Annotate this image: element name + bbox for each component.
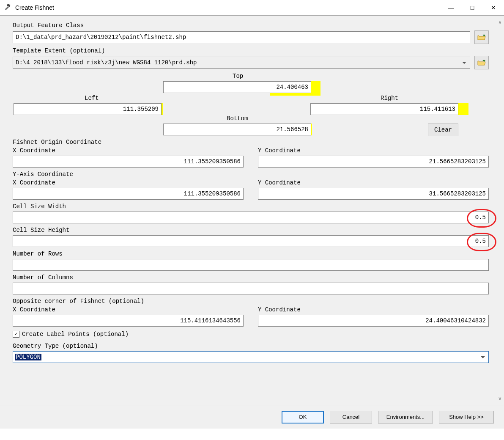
show-help-label: Show Help >>	[449, 414, 484, 420]
cancel-label: Cancel	[342, 414, 359, 420]
origin-y-label: Y Coordinate	[258, 147, 489, 154]
output-feature-class-label: Output Feature Class	[13, 22, 489, 29]
cols-label: Number of Columns	[13, 274, 489, 281]
extent-clear-button[interactable]: Clear	[428, 124, 458, 136]
maximize-button[interactable]: □	[462, 0, 483, 15]
window-title: Create Fishnet	[15, 4, 441, 11]
template-extent-label: Template Extent (optional)	[13, 47, 489, 54]
opposite-x-label: X Coordinate	[13, 306, 244, 313]
create-label-points-checkbox[interactable]: ✓	[13, 331, 19, 338]
extent-top-input[interactable]: 24.400463	[163, 81, 311, 93]
template-extent-dropdown[interactable]: D:\4_2018\133\flood_risk\z3j\new_WGS84_1…	[13, 57, 470, 69]
origin-x-input[interactable]: 111.355209350586	[13, 156, 244, 168]
yaxis-y-input[interactable]: 31.5665283203125	[258, 188, 489, 200]
opposite-y-label: Y Coordinate	[258, 306, 489, 313]
cell-width-input[interactable]: 0.5	[13, 212, 489, 223]
ok-label: OK	[299, 414, 307, 420]
opposite-y-input[interactable]: 24.40046310424832	[258, 315, 489, 327]
environments-label: Environments...	[386, 414, 425, 420]
folder-open-icon	[477, 33, 486, 41]
environments-button[interactable]: Environments...	[378, 411, 433, 424]
close-glyph: ✕	[491, 4, 496, 11]
opposite-corner-label: Opposite corner of Fishnet (optional)	[13, 298, 489, 305]
geometry-type-label: Geometry Type (optional)	[13, 343, 489, 349]
extent-right-input[interactable]: 115.411613	[310, 103, 458, 115]
extent-left-input[interactable]: 111.355209	[14, 103, 162, 115]
maximize-glyph: □	[471, 4, 474, 11]
minimize-button[interactable]: —	[441, 0, 462, 15]
origin-coordinate-label: Fishnet Origin Coordinate	[13, 139, 489, 146]
extent-right-label: Right	[381, 95, 398, 102]
extent-left-label: Left	[85, 95, 99, 102]
svg-rect-0	[5, 6, 9, 10]
yaxis-coordinate-label: Y-Axis Coordinate	[13, 171, 489, 178]
rows-label: Number of Rows	[13, 250, 489, 257]
folder-open-icon	[477, 59, 486, 66]
clear-label: Clear	[434, 126, 452, 133]
browse-output-button[interactable]	[474, 30, 489, 44]
content-area: ∧ ∨ Output Feature Class D:\1_data\prd_h…	[0, 16, 504, 405]
close-button[interactable]: ✕	[483, 0, 504, 15]
button-bar: OK Cancel Environments... Show Help >>	[0, 405, 504, 429]
geometry-type-dropdown[interactable]: POLYGON	[13, 351, 489, 363]
extent-top-label: Top	[233, 73, 243, 80]
show-help-button[interactable]: Show Help >>	[439, 411, 494, 424]
cell-height-label: Cell Size Height	[13, 227, 489, 234]
scroll-down-icon[interactable]: ∨	[498, 396, 502, 402]
extent-bottom-label: Bottom	[227, 115, 248, 122]
output-feature-class-input[interactable]: D:\1_data\prd_hazard\20190212\paint\fish…	[13, 31, 470, 43]
cancel-button[interactable]: Cancel	[330, 411, 372, 424]
yaxis-y-label: Y Coordinate	[258, 179, 489, 186]
browse-template-button[interactable]	[474, 56, 489, 69]
opposite-x-input[interactable]: 115.4116134643556	[13, 315, 244, 327]
svg-rect-1	[7, 4, 10, 7]
template-extent-value: D:\4_2018\133\flood_risk\z3j\new_WGS84_1…	[16, 59, 197, 66]
cols-input[interactable]	[13, 283, 489, 294]
hammer-icon	[3, 3, 12, 12]
rows-input[interactable]	[13, 259, 489, 271]
titlebar: Create Fishnet — □ ✕	[0, 0, 504, 15]
extent-block: Top 24.400463 Left 111.355209 Right 115.…	[13, 73, 489, 136]
cell-height-input[interactable]: 0.5	[13, 235, 489, 247]
yaxis-x-input[interactable]: 111.355209350586	[13, 188, 244, 200]
origin-x-label: X Coordinate	[13, 147, 244, 154]
ok-button[interactable]: OK	[282, 411, 324, 424]
cell-width-label: Cell Size Width	[13, 203, 489, 210]
scroll-up-icon[interactable]: ∧	[498, 19, 502, 25]
scrollbar[interactable]: ∧ ∨	[496, 16, 504, 405]
extent-bottom-input[interactable]: 21.566528	[163, 124, 311, 135]
create-label-points-label: Create Label Points (optional)	[22, 331, 129, 338]
yaxis-x-label: X Coordinate	[13, 179, 244, 186]
origin-y-input[interactable]: 21.5665283203125	[258, 156, 489, 168]
geometry-type-value: POLYGON	[15, 354, 41, 360]
minimize-glyph: —	[448, 4, 454, 11]
